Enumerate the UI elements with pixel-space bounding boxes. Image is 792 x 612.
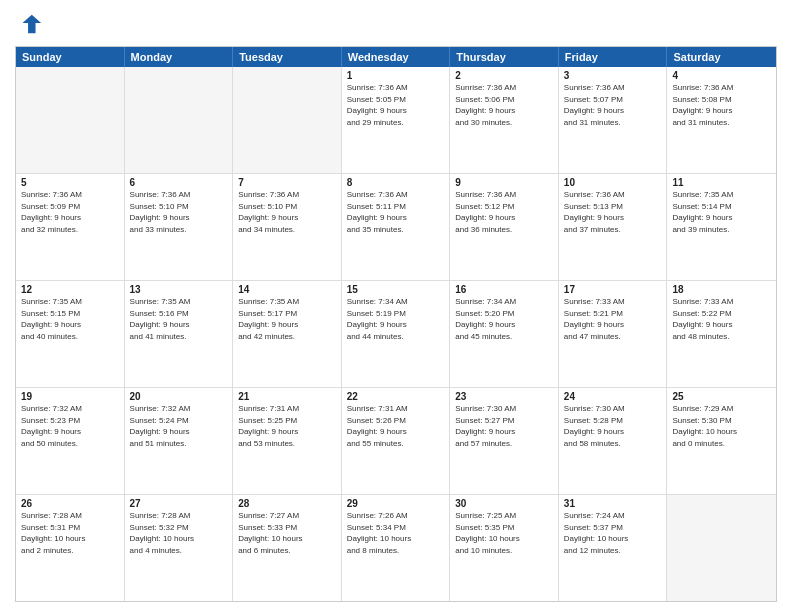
day-number: 29 <box>347 498 445 509</box>
day-info: Sunrise: 7:29 AM Sunset: 5:30 PM Dayligh… <box>672 403 771 449</box>
day-info: Sunrise: 7:31 AM Sunset: 5:25 PM Dayligh… <box>238 403 336 449</box>
day-number: 25 <box>672 391 771 402</box>
day-header-monday: Monday <box>125 47 234 67</box>
day-number: 28 <box>238 498 336 509</box>
calendar-cell: 18Sunrise: 7:33 AM Sunset: 5:22 PM Dayli… <box>667 281 776 387</box>
day-info: Sunrise: 7:34 AM Sunset: 5:20 PM Dayligh… <box>455 296 553 342</box>
day-header-thursday: Thursday <box>450 47 559 67</box>
calendar-cell: 8Sunrise: 7:36 AM Sunset: 5:11 PM Daylig… <box>342 174 451 280</box>
day-header-sunday: Sunday <box>16 47 125 67</box>
day-info: Sunrise: 7:35 AM Sunset: 5:17 PM Dayligh… <box>238 296 336 342</box>
day-info: Sunrise: 7:32 AM Sunset: 5:23 PM Dayligh… <box>21 403 119 449</box>
calendar: SundayMondayTuesdayWednesdayThursdayFrid… <box>15 46 777 602</box>
logo <box>15 10 47 38</box>
day-info: Sunrise: 7:24 AM Sunset: 5:37 PM Dayligh… <box>564 510 662 556</box>
day-number: 2 <box>455 70 553 81</box>
calendar-cell: 17Sunrise: 7:33 AM Sunset: 5:21 PM Dayli… <box>559 281 668 387</box>
calendar-cell: 26Sunrise: 7:28 AM Sunset: 5:31 PM Dayli… <box>16 495 125 601</box>
day-info: Sunrise: 7:36 AM Sunset: 5:06 PM Dayligh… <box>455 82 553 128</box>
day-number: 4 <box>672 70 771 81</box>
day-number: 16 <box>455 284 553 295</box>
day-number: 8 <box>347 177 445 188</box>
calendar-cell: 23Sunrise: 7:30 AM Sunset: 5:27 PM Dayli… <box>450 388 559 494</box>
day-number: 13 <box>130 284 228 295</box>
day-number: 3 <box>564 70 662 81</box>
calendar-cell: 15Sunrise: 7:34 AM Sunset: 5:19 PM Dayli… <box>342 281 451 387</box>
calendar-cell <box>667 495 776 601</box>
day-header-friday: Friday <box>559 47 668 67</box>
calendar-cell: 20Sunrise: 7:32 AM Sunset: 5:24 PM Dayli… <box>125 388 234 494</box>
day-number: 30 <box>455 498 553 509</box>
day-info: Sunrise: 7:25 AM Sunset: 5:35 PM Dayligh… <box>455 510 553 556</box>
calendar-cell: 9Sunrise: 7:36 AM Sunset: 5:12 PM Daylig… <box>450 174 559 280</box>
calendar-cell: 30Sunrise: 7:25 AM Sunset: 5:35 PM Dayli… <box>450 495 559 601</box>
day-number: 10 <box>564 177 662 188</box>
day-number: 7 <box>238 177 336 188</box>
calendar-cell: 6Sunrise: 7:36 AM Sunset: 5:10 PM Daylig… <box>125 174 234 280</box>
day-number: 27 <box>130 498 228 509</box>
day-number: 9 <box>455 177 553 188</box>
page: SundayMondayTuesdayWednesdayThursdayFrid… <box>0 0 792 612</box>
day-info: Sunrise: 7:36 AM Sunset: 5:07 PM Dayligh… <box>564 82 662 128</box>
calendar-cell: 2Sunrise: 7:36 AM Sunset: 5:06 PM Daylig… <box>450 67 559 173</box>
calendar-cell: 29Sunrise: 7:26 AM Sunset: 5:34 PM Dayli… <box>342 495 451 601</box>
day-number: 24 <box>564 391 662 402</box>
day-info: Sunrise: 7:35 AM Sunset: 5:14 PM Dayligh… <box>672 189 771 235</box>
day-info: Sunrise: 7:36 AM Sunset: 5:05 PM Dayligh… <box>347 82 445 128</box>
calendar-week-4: 26Sunrise: 7:28 AM Sunset: 5:31 PM Dayli… <box>16 495 776 601</box>
calendar-cell: 31Sunrise: 7:24 AM Sunset: 5:37 PM Dayli… <box>559 495 668 601</box>
day-number: 22 <box>347 391 445 402</box>
calendar-week-2: 12Sunrise: 7:35 AM Sunset: 5:15 PM Dayli… <box>16 281 776 388</box>
day-number: 20 <box>130 391 228 402</box>
day-number: 6 <box>130 177 228 188</box>
day-info: Sunrise: 7:36 AM Sunset: 5:12 PM Dayligh… <box>455 189 553 235</box>
calendar-cell: 22Sunrise: 7:31 AM Sunset: 5:26 PM Dayli… <box>342 388 451 494</box>
day-info: Sunrise: 7:27 AM Sunset: 5:33 PM Dayligh… <box>238 510 336 556</box>
day-info: Sunrise: 7:28 AM Sunset: 5:31 PM Dayligh… <box>21 510 119 556</box>
calendar-week-3: 19Sunrise: 7:32 AM Sunset: 5:23 PM Dayli… <box>16 388 776 495</box>
day-header-tuesday: Tuesday <box>233 47 342 67</box>
calendar-header: SundayMondayTuesdayWednesdayThursdayFrid… <box>16 47 776 67</box>
calendar-cell: 12Sunrise: 7:35 AM Sunset: 5:15 PM Dayli… <box>16 281 125 387</box>
calendar-cell: 28Sunrise: 7:27 AM Sunset: 5:33 PM Dayli… <box>233 495 342 601</box>
day-info: Sunrise: 7:36 AM Sunset: 5:08 PM Dayligh… <box>672 82 771 128</box>
calendar-cell: 3Sunrise: 7:36 AM Sunset: 5:07 PM Daylig… <box>559 67 668 173</box>
calendar-cell <box>125 67 234 173</box>
calendar-cell: 21Sunrise: 7:31 AM Sunset: 5:25 PM Dayli… <box>233 388 342 494</box>
calendar-cell: 5Sunrise: 7:36 AM Sunset: 5:09 PM Daylig… <box>16 174 125 280</box>
day-info: Sunrise: 7:35 AM Sunset: 5:15 PM Dayligh… <box>21 296 119 342</box>
logo-icon <box>15 10 43 38</box>
day-info: Sunrise: 7:36 AM Sunset: 5:11 PM Dayligh… <box>347 189 445 235</box>
calendar-cell: 10Sunrise: 7:36 AM Sunset: 5:13 PM Dayli… <box>559 174 668 280</box>
day-info: Sunrise: 7:32 AM Sunset: 5:24 PM Dayligh… <box>130 403 228 449</box>
day-info: Sunrise: 7:30 AM Sunset: 5:27 PM Dayligh… <box>455 403 553 449</box>
calendar-cell: 25Sunrise: 7:29 AM Sunset: 5:30 PM Dayli… <box>667 388 776 494</box>
day-number: 11 <box>672 177 771 188</box>
day-info: Sunrise: 7:35 AM Sunset: 5:16 PM Dayligh… <box>130 296 228 342</box>
day-number: 1 <box>347 70 445 81</box>
calendar-cell: 4Sunrise: 7:36 AM Sunset: 5:08 PM Daylig… <box>667 67 776 173</box>
day-info: Sunrise: 7:36 AM Sunset: 5:10 PM Dayligh… <box>130 189 228 235</box>
calendar-cell: 14Sunrise: 7:35 AM Sunset: 5:17 PM Dayli… <box>233 281 342 387</box>
day-number: 15 <box>347 284 445 295</box>
day-info: Sunrise: 7:34 AM Sunset: 5:19 PM Dayligh… <box>347 296 445 342</box>
header <box>15 10 777 38</box>
day-header-wednesday: Wednesday <box>342 47 451 67</box>
calendar-cell <box>233 67 342 173</box>
day-number: 5 <box>21 177 119 188</box>
day-info: Sunrise: 7:30 AM Sunset: 5:28 PM Dayligh… <box>564 403 662 449</box>
day-number: 14 <box>238 284 336 295</box>
calendar-body: 1Sunrise: 7:36 AM Sunset: 5:05 PM Daylig… <box>16 67 776 601</box>
day-number: 23 <box>455 391 553 402</box>
day-number: 12 <box>21 284 119 295</box>
calendar-cell: 19Sunrise: 7:32 AM Sunset: 5:23 PM Dayli… <box>16 388 125 494</box>
day-header-saturday: Saturday <box>667 47 776 67</box>
day-number: 21 <box>238 391 336 402</box>
day-number: 31 <box>564 498 662 509</box>
calendar-cell <box>16 67 125 173</box>
svg-marker-0 <box>22 15 41 34</box>
calendar-cell: 27Sunrise: 7:28 AM Sunset: 5:32 PM Dayli… <box>125 495 234 601</box>
calendar-week-0: 1Sunrise: 7:36 AM Sunset: 5:05 PM Daylig… <box>16 67 776 174</box>
calendar-cell: 24Sunrise: 7:30 AM Sunset: 5:28 PM Dayli… <box>559 388 668 494</box>
day-number: 18 <box>672 284 771 295</box>
